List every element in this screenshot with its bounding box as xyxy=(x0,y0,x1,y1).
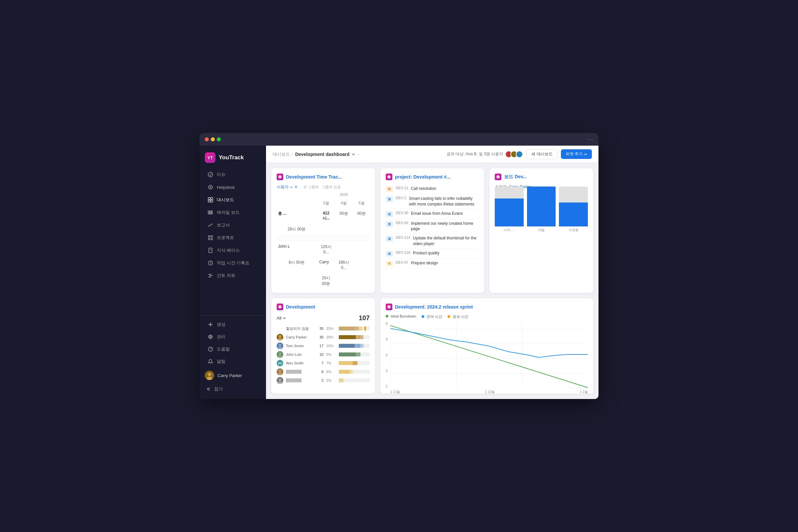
dashboard-title[interactable]: Development dashboard xyxy=(295,152,356,157)
bar-bottom-start xyxy=(495,198,524,226)
john-row-m5: 8시 00분 xyxy=(277,258,317,272)
total-row-name: 총 ... xyxy=(277,209,317,223)
maximize-button[interactable] xyxy=(217,137,221,141)
issue-item-dev97[interactable]: 며 DEV-97 Prepare design xyxy=(386,259,479,269)
user7-pct: 2% xyxy=(326,378,336,382)
topbar-more-icon[interactable]: ··· xyxy=(358,152,361,157)
carry-row-name: Carry xyxy=(318,258,334,272)
collapse-sidebar[interactable]: 접기 xyxy=(200,383,266,395)
sidebar-item-create[interactable]: 생성 xyxy=(202,319,263,330)
user-bar-john: John Luis 10 9% xyxy=(277,351,370,358)
svg-rect-7 xyxy=(208,211,209,214)
close-button[interactable] xyxy=(205,137,209,141)
avatar-stack xyxy=(505,151,523,158)
issue-item-dev114[interactable]: 보 DEV-114 Update the default thumbnail f… xyxy=(386,234,479,249)
carry-row-total: 286시 0... xyxy=(336,258,352,272)
issue-id-dev97: DEV-97 xyxy=(396,260,408,264)
issue-item-dev93[interactable]: 보 DEV-93 Implement our newly created hom… xyxy=(386,219,479,234)
issue-item-dev2[interactable]: 보 DEV-2 Smart-casting fails to infer nul… xyxy=(386,194,479,209)
issue-badge-dev2: 보 xyxy=(386,196,393,202)
sidebar-item-reports[interactable]: 보고서 xyxy=(202,219,263,231)
alex-bar-2 xyxy=(353,361,358,365)
tom-name: Tom Jones xyxy=(286,344,312,348)
user6-bar-1 xyxy=(339,370,350,374)
tom-bar-1 xyxy=(339,344,355,348)
sidebar-item-knowledge[interactable]: 지식 베이스 xyxy=(202,244,263,256)
svg-point-12 xyxy=(208,239,210,240)
user7-bar-track xyxy=(339,378,370,382)
logo-initials: YT xyxy=(208,155,213,160)
sidebar-item-dashboard[interactable]: 대시보드 xyxy=(202,194,263,206)
titlebar-menu-icon[interactable]: ⋯ xyxy=(587,136,593,143)
carry-bar-2 xyxy=(356,335,360,339)
issue-badge-dev93: 보 xyxy=(386,221,393,227)
svg-rect-3 xyxy=(208,197,210,200)
dev-widget-title: Development xyxy=(286,304,315,309)
legend-elapsed: 경과 시간 xyxy=(448,314,468,319)
chevron-down-icon xyxy=(290,186,292,189)
legend-ideal: Ideal Burndown xyxy=(386,314,416,319)
issue-item-dev30[interactable]: 보 DEV-30 Email issue from Anna Evans xyxy=(386,209,479,219)
time-widget-title: Development Time Trac... xyxy=(286,174,342,179)
question-icon: ? xyxy=(208,346,213,352)
sidebar-item-gantt[interactable]: 간트 차트 xyxy=(202,270,263,282)
issue-id-dev114: DEV-114 xyxy=(396,235,410,240)
alex-bar-1 xyxy=(339,361,353,365)
issue-id-dev11: DEV-11 xyxy=(396,186,408,190)
bar-group-dev: 개발 xyxy=(527,187,556,232)
tom-bar-2 xyxy=(355,344,361,348)
admin-label: 관리 xyxy=(217,334,225,340)
breadcrumb: 대시보드 / Development dashboard ··· xyxy=(273,151,361,157)
carry-row-m3 xyxy=(354,258,370,272)
tom-bar-track xyxy=(339,344,370,348)
sidebar-item-timelog[interactable]: 작업 시간 기록표 xyxy=(202,257,263,269)
group-by-controls: 로 그룹화 그룹화 없음 xyxy=(303,185,341,190)
y-label-2: 2 xyxy=(386,385,388,388)
time-tracking-widget: Development Time Trac... 사용자 로 그룹화 그룹화 없… xyxy=(271,168,375,293)
breadcrumb-root: 대시보드 xyxy=(273,151,290,157)
minimize-button[interactable] xyxy=(211,137,215,141)
tom-pct: 16% xyxy=(326,344,336,348)
new-dashboard-button[interactable]: 새 대시보드 xyxy=(526,149,557,159)
sidebar-item-helpdesk[interactable]: Helpdesk xyxy=(202,181,263,193)
sidebar-item-agile[interactable]: 애자일 보드 xyxy=(202,207,263,218)
user-bar-unassigned: 할당되지 않음 35 33% xyxy=(277,325,370,332)
x-label-jan: 1 1월 xyxy=(580,390,588,394)
add-widget-button[interactable]: 위젯 추가 xyxy=(561,149,592,159)
issue-id-dev2: DEV-2 xyxy=(396,196,406,200)
issues-widget: project: Development #... 마 DEV-11 Call … xyxy=(380,168,484,293)
issues-widget-header: project: Development #... xyxy=(386,174,479,180)
sidebar: YT YouTrack 이슈 xyxy=(200,146,266,399)
sidebar-item-help[interactable]: ? 도움말 xyxy=(202,343,263,355)
user-area[interactable]: Carry Parker xyxy=(200,368,266,383)
carry-row-m5: 20시 00분 xyxy=(318,273,334,289)
time-widget-header: Development Time Trac... xyxy=(277,174,370,180)
agile-label: 애자일 보드 xyxy=(217,209,240,215)
time-filter-row: 사용자 로 그룹화 그룹화 없음 xyxy=(277,184,370,190)
sidebar-item-projects[interactable]: 프로젝트 xyxy=(202,232,263,244)
bar-top-fixed xyxy=(559,187,588,203)
sidebar-item-admin[interactable]: 관리 xyxy=(202,331,263,343)
helpdesk-label: Helpdesk xyxy=(217,185,235,190)
issue-item-dev116[interactable]: 보 DEV-116 Product quality xyxy=(386,249,479,259)
user-filter[interactable]: 사용자 xyxy=(277,184,298,190)
john-name: John Luis xyxy=(286,353,312,357)
total-row-m4: 00분 xyxy=(354,209,370,223)
issue-text-dev2: Smart-casting fails to infer nullability… xyxy=(409,196,479,207)
bar-label-dev: 개발 xyxy=(538,228,545,232)
month-april: 4월 xyxy=(336,199,352,208)
sidebar-item-issues[interactable]: 이슈 xyxy=(202,169,263,180)
user6-bar-2 xyxy=(350,370,353,374)
unassigned-pct: 33% xyxy=(326,326,336,330)
user6-pct: 6% xyxy=(326,370,336,374)
issue-item-dev11[interactable]: 마 DEV-11 Call resolution xyxy=(386,184,479,194)
issue-badge-dev114: 보 xyxy=(386,236,393,242)
time-table: 2020 3월 4월 5월 총 ... 412시... 00분 00분 28시 … xyxy=(277,192,370,289)
all-filter[interactable]: All xyxy=(277,316,286,321)
svg-point-47 xyxy=(279,378,281,381)
create-label: 생성 xyxy=(217,322,225,327)
sidebar-item-notifications[interactable]: 알림 xyxy=(202,356,263,367)
bar-bottom-fixed xyxy=(559,203,588,226)
svg-rect-6 xyxy=(211,200,213,202)
total-count: 107 xyxy=(359,314,370,322)
